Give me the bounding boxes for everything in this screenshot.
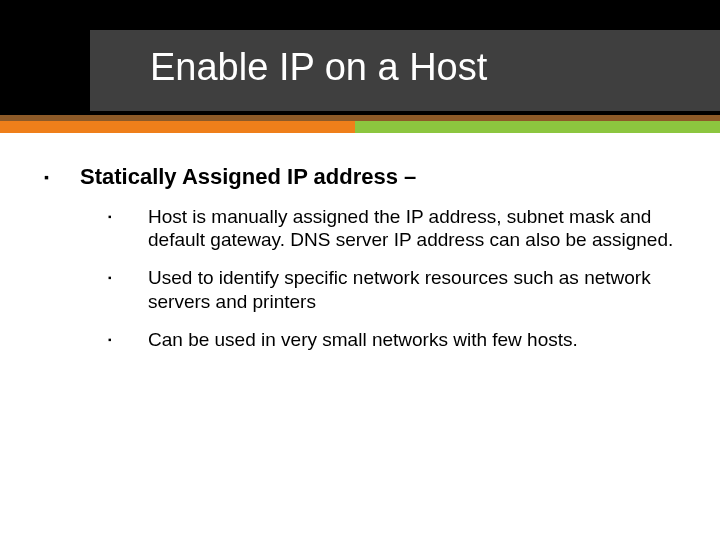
header-title-row: Enable IP on a Host — [0, 30, 720, 111]
header-black-strip — [0, 0, 720, 30]
body-text: Can be used in very small networks with … — [148, 328, 578, 352]
list-item: ▪ Can be used in very small networks wit… — [108, 328, 684, 352]
body-text: Host is manually assigned the IP address… — [148, 205, 684, 253]
bar-green — [355, 121, 720, 133]
heading-text: Statically Assigned IP address – — [80, 163, 416, 191]
slide-content: ▪ Statically Assigned IP address – ▪ Hos… — [0, 133, 720, 351]
body-text: Used to identify specific network resour… — [148, 266, 684, 314]
bar-orange — [0, 121, 355, 133]
slide-header: Enable IP on a Host — [0, 0, 720, 133]
header-color-bar — [0, 121, 720, 133]
bullet-icon: ▪ — [108, 205, 148, 222]
bullet-icon: ▪ — [108, 266, 148, 283]
bullet-icon: ▪ — [44, 163, 80, 185]
list-item: ▪ Statically Assigned IP address – — [44, 163, 684, 191]
bullet-icon: ▪ — [108, 328, 148, 345]
list-item: ▪ Host is manually assigned the IP addre… — [108, 205, 684, 253]
slide: Enable IP on a Host ▪ Statically Assigne… — [0, 0, 720, 540]
slide-title: Enable IP on a Host — [90, 30, 720, 111]
header-title-left-block — [0, 30, 90, 111]
sub-list: ▪ Host is manually assigned the IP addre… — [108, 205, 684, 352]
list-item: ▪ Used to identify specific network reso… — [108, 266, 684, 314]
